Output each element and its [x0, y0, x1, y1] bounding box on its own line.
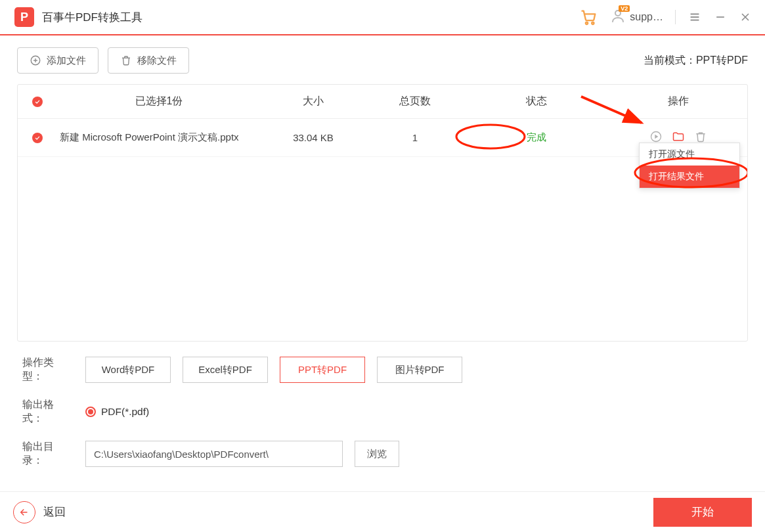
type-word-pdf[interactable]: Word转PDF — [85, 357, 171, 383]
minimize-button[interactable] — [714, 11, 727, 24]
format-pdf-label: PDF(*.pdf) — [101, 406, 149, 418]
back-button[interactable]: 返回 — [13, 501, 66, 523]
output-format-label: 输出格式： — [22, 398, 74, 426]
svg-marker-13 — [655, 135, 658, 139]
operation-type-label: 操作类型： — [22, 356, 74, 384]
col-ops: 操作 — [609, 95, 747, 108]
svg-point-1 — [592, 22, 594, 24]
main-area: 添加文件 移除文件 当前模式：PPT转PDF 已选择1份 大小 总页数 状态 操… — [0, 35, 765, 491]
vip-badge: V2 — [619, 5, 630, 12]
select-all[interactable] — [18, 96, 57, 108]
table-header: 已选择1份 大小 总页数 状态 操作 — [18, 85, 747, 119]
row-filename: 新建 Microsoft PowerPoint 演示文稿.pptx — [57, 131, 261, 144]
operation-type-row: 操作类型： Word转PDF Excel转PDF PPT转PDF 图片转PDF — [22, 356, 748, 384]
col-status: 状态 — [464, 95, 609, 108]
trash-icon — [120, 55, 132, 66]
type-excel-pdf[interactable]: Excel转PDF — [183, 357, 268, 383]
add-file-button[interactable]: 添加文件 — [17, 47, 98, 74]
titlebar: P 百事牛PDF转换工具 V2 supp… — [0, 0, 765, 35]
type-ppt-pdf[interactable]: PPT转PDF — [280, 357, 365, 383]
radio-checked-icon — [85, 407, 96, 417]
svg-point-0 — [586, 22, 588, 24]
row-pages: 1 — [366, 132, 464, 143]
row-select[interactable] — [18, 132, 57, 143]
col-pages: 总页数 — [366, 95, 464, 108]
output-dir-label: 输出目录： — [22, 440, 74, 468]
toolbar: 添加文件 移除文件 当前模式：PPT转PDF — [17, 47, 748, 74]
remove-file-button[interactable]: 移除文件 — [108, 47, 189, 74]
menu-icon[interactable] — [688, 10, 702, 24]
user-account[interactable]: V2 supp… — [610, 8, 663, 26]
col-size: 大小 — [261, 95, 366, 108]
divider — [675, 10, 676, 24]
output-format-row: 输出格式： PDF(*.pdf) — [22, 398, 748, 426]
row-status: 完成 — [464, 131, 609, 144]
menu-open-result[interactable]: 打开结果文件 — [640, 166, 739, 188]
app-logo: P — [14, 7, 34, 27]
menu-open-source[interactable]: 打开源文件 — [640, 143, 739, 166]
remove-file-label: 移除文件 — [137, 55, 177, 67]
row-size: 33.04 KB — [261, 132, 366, 143]
options-panel: 操作类型： Word转PDF Excel转PDF PPT转PDF 图片转PDF … — [17, 356, 748, 468]
app-title: 百事牛PDF转换工具 — [42, 10, 142, 25]
arrow-left-icon — [13, 501, 35, 523]
user-label: supp… — [630, 11, 663, 23]
output-dir-input[interactable] — [85, 441, 343, 467]
file-table: 已选择1份 大小 总页数 状态 操作 新建 Microsoft PowerPoi… — [17, 84, 748, 342]
format-pdf-radio[interactable]: PDF(*.pdf) — [85, 406, 149, 418]
back-label: 返回 — [43, 504, 66, 520]
browse-button[interactable]: 浏览 — [355, 441, 399, 467]
type-image-pdf[interactable]: 图片转PDF — [377, 357, 462, 383]
table-row: 新建 Microsoft PowerPoint 演示文稿.pptx 33.04 … — [18, 119, 747, 157]
current-mode: 当前模式：PPT转PDF — [644, 54, 748, 68]
close-button[interactable] — [739, 11, 752, 24]
plus-icon — [30, 55, 41, 66]
context-menu: 打开源文件 打开结果文件 — [639, 143, 740, 188]
user-icon: V2 — [610, 8, 626, 26]
output-dir-row: 输出目录： 浏览 — [22, 440, 748, 468]
col-name: 已选择1份 — [57, 95, 261, 108]
footer: 返回 开始 — [0, 491, 765, 532]
start-button[interactable]: 开始 — [653, 498, 752, 527]
add-file-label: 添加文件 — [47, 55, 86, 67]
cart-icon[interactable] — [580, 8, 598, 26]
app-window: P 百事牛PDF转换工具 V2 supp… — [0, 0, 765, 532]
